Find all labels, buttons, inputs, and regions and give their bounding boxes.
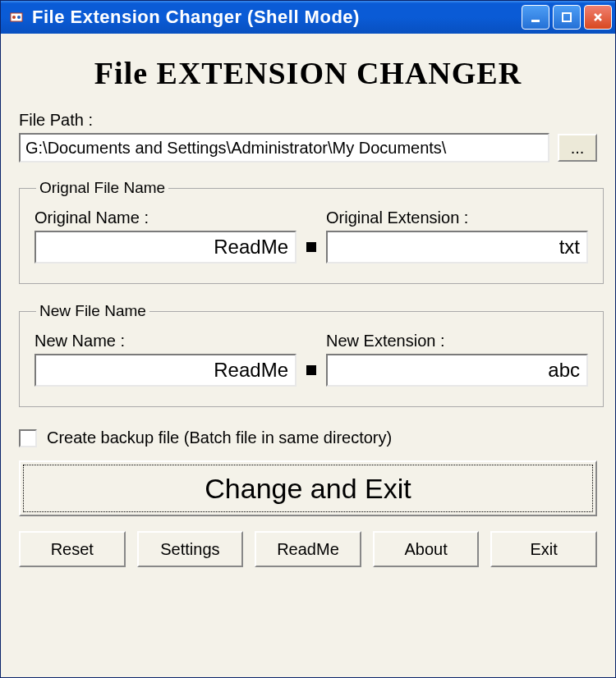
minimize-button[interactable] xyxy=(522,5,549,30)
new-legend: New File Name xyxy=(36,302,149,320)
window-title: File Extension Changer (Shell Mode) xyxy=(32,7,522,28)
about-button[interactable]: About xyxy=(373,531,480,567)
dot-separator-icon xyxy=(306,365,316,375)
new-ext-label: New Extension : xyxy=(326,332,588,350)
maximize-button[interactable] xyxy=(553,5,581,30)
original-name-input[interactable] xyxy=(34,231,297,263)
app-heading: File EXTENSION CHANGER xyxy=(19,55,597,91)
file-path-label: File Path : xyxy=(19,111,597,130)
original-ext-input[interactable] xyxy=(326,231,588,263)
window-buttons xyxy=(522,5,612,30)
dot-separator-icon xyxy=(306,242,316,252)
svg-point-2 xyxy=(17,16,21,19)
original-name-label: Original Name : xyxy=(34,208,297,227)
browse-button[interactable]: ... xyxy=(558,134,597,162)
original-legend: Orignal File Name xyxy=(36,179,168,197)
new-file-fieldset: New File Name New Name : New Extension : xyxy=(19,302,604,407)
readme-button[interactable]: ReadMe xyxy=(255,531,361,567)
app-window: File Extension Changer (Shell Mode) File… xyxy=(0,0,616,678)
app-icon xyxy=(7,8,25,26)
original-ext-label: Original Extension : xyxy=(326,208,588,227)
backup-label: Create backup file (Batch file in same d… xyxy=(47,428,392,447)
new-name-label: New Name : xyxy=(34,332,297,350)
reset-button[interactable]: Reset xyxy=(19,531,126,567)
new-ext-input[interactable] xyxy=(326,354,588,387)
svg-rect-4 xyxy=(563,13,571,21)
file-path-row: ... xyxy=(19,133,597,163)
close-button[interactable] xyxy=(584,5,612,30)
backup-checkbox[interactable] xyxy=(19,429,37,447)
titlebar: File Extension Changer (Shell Mode) xyxy=(1,1,615,34)
content-area: File EXTENSION CHANGER File Path : ... O… xyxy=(1,34,615,677)
exit-button[interactable]: Exit xyxy=(490,531,597,567)
file-path-input[interactable] xyxy=(19,133,549,163)
svg-point-1 xyxy=(12,16,16,19)
original-file-fieldset: Orignal File Name Original Name : Origin… xyxy=(19,179,604,284)
change-and-exit-button[interactable]: Change and Exit xyxy=(19,460,597,516)
settings-button[interactable]: Settings xyxy=(137,531,244,567)
svg-rect-3 xyxy=(531,20,540,22)
new-name-input[interactable] xyxy=(34,354,297,387)
backup-row: Create backup file (Batch file in same d… xyxy=(19,428,597,447)
bottom-button-row: Reset Settings ReadMe About Exit xyxy=(19,531,597,567)
